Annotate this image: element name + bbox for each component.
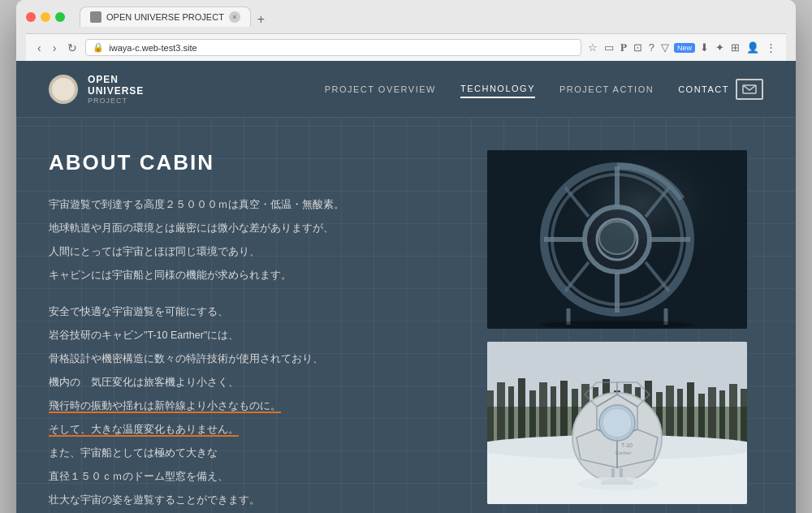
active-tab[interactable]: OPEN UNIVERSE PROJECT ×	[80, 6, 251, 27]
text-line-12: 直径１５０ｃｍのドーム型窓を備え、	[49, 467, 463, 487]
arrow-icon[interactable]: ▽	[659, 40, 671, 55]
cabin-image-1	[487, 150, 747, 329]
text-line-6: 岩谷技研のキャビン"T-10 Earther"には、	[49, 325, 463, 346]
extensions-icon[interactable]: ✦	[714, 40, 726, 55]
browser-titlebar: OPEN UNIVERSE PROJECT × +	[26, 6, 786, 33]
site-nav: PROJECT OVERVIEW TECHNOLOGY PROJECT ACTI…	[325, 79, 763, 100]
text-line-13: 壮大な宇宙の姿を遊覧することができます。	[49, 490, 463, 511]
website-content: OPEN UNIVERSE PROJECT PROJECT OVERVIEW T…	[16, 61, 796, 513]
profile-icon[interactable]: 👤	[745, 40, 761, 55]
content-body-2: 安全で快適な宇宙遊覧を可能にする、 岩谷技研のキャビン"T-10 Earther…	[49, 302, 463, 511]
forward-button[interactable]: ›	[50, 40, 60, 56]
logo-main-line1: OPEN	[88, 74, 144, 85]
nav-overview[interactable]: PROJECT OVERVIEW	[325, 81, 436, 97]
svg-rect-45	[729, 384, 737, 447]
text-line-5: 安全で快適な宇宙遊覧を可能にする、	[49, 302, 463, 322]
address-bar[interactable]: 🔒 iwaya-c.web-test3.site	[85, 39, 581, 56]
pinterest-icon[interactable]: 𝐏	[619, 40, 628, 56]
text-line-10: そして、大きな温度変化もありません。	[49, 420, 463, 440]
text-line-11: また、宇宙船としては極めて大きな	[49, 443, 463, 463]
reload-button[interactable]: ↻	[64, 40, 80, 56]
text-line-2: 地球軌道や月面の環境とは厳密には微小な差がありますが、	[49, 218, 463, 239]
underlined-text-2: そして、大きな温度変化もありません。	[49, 424, 239, 437]
question-icon[interactable]: ?	[647, 40, 656, 55]
maximize-button[interactable]	[55, 12, 65, 22]
content-body-1: 宇宙遊覧で到達する高度２５０００ｍは真空・低温・無酸素。 地球軌道や月面の環境と…	[49, 195, 463, 286]
content-left: ABOUT CABIN 宇宙遊覧で到達する高度２５０００ｍは真空・低温・無酸素。…	[49, 150, 463, 513]
menu-icon[interactable]: ⋮	[764, 40, 778, 55]
svg-text:Earther: Earther	[615, 450, 632, 455]
tab-favicon	[90, 11, 102, 23]
new-icon[interactable]: New	[674, 43, 695, 53]
text-line-7: 骨格設計や機密構造に数々の特許技術が使用されており、	[49, 349, 463, 369]
bookmark-icon[interactable]: ☆	[586, 40, 599, 55]
browser-toolbar: ‹ › ↻ 🔒 iwaya-c.web-test3.site ☆ ▭ 𝐏 ⊡ ?…	[26, 33, 786, 61]
content-section-1: 宇宙遊覧で到達する高度２５０００ｍは真空・低温・無酸素。 地球軌道や月面の環境と…	[49, 195, 463, 286]
text-line-3: 人間にとっては宇宙とほぼ同じ環境であり、	[49, 242, 463, 262]
svg-rect-22	[487, 390, 494, 447]
lock-icon: 🔒	[93, 42, 104, 53]
text-line-9: 飛行時の振動や揺れは新幹線より小さなものに。	[49, 396, 463, 416]
svg-text:T-10: T-10	[621, 442, 633, 448]
logo-inner-circle	[52, 78, 75, 101]
grid-icon[interactable]: ⊞	[729, 40, 741, 55]
camera-icon[interactable]: ⊡	[632, 40, 644, 55]
logo-icon	[49, 75, 78, 104]
browser-tabs: OPEN UNIVERSE PROJECT × +	[80, 6, 270, 27]
toolbar-icons: ☆ ▭ 𝐏 ⊡ ? ▽ New ⬇ ✦ ⊞ 👤 ⋮	[586, 40, 778, 56]
tab-close-button[interactable]: ×	[229, 11, 240, 23]
text-line-8: 機内の 気圧変化は旅客機より小さく、	[49, 373, 463, 393]
new-tab-button[interactable]: +	[253, 12, 270, 27]
browser-chrome: OPEN UNIVERSE PROJECT × + ‹ › ↻ 🔒 iwaya-…	[16, 0, 796, 61]
nav-technology[interactable]: TECHNOLOGY	[460, 80, 535, 98]
page-title: ABOUT CABIN	[49, 150, 463, 175]
logo-sub-text: PROJECT	[88, 97, 144, 105]
logo-text: OPEN UNIVERSE PROJECT	[88, 74, 144, 105]
site-main: ABOUT CABIN 宇宙遊覧で到達する高度２５０００ｍは真空・低温・無酸素。…	[16, 118, 796, 513]
screen-icon[interactable]: ▭	[603, 40, 615, 55]
nav-contact-group: CONTACT	[678, 79, 763, 100]
content-right: T-10 Earther	[487, 150, 763, 513]
svg-rect-19	[487, 150, 747, 329]
minimize-button[interactable]	[41, 12, 50, 22]
svg-rect-23	[497, 382, 505, 447]
svg-point-51	[603, 408, 632, 438]
close-button[interactable]	[26, 12, 36, 22]
svg-point-58	[577, 477, 658, 490]
content-section-2: 安全で快適な宇宙遊覧を可能にする、 岩谷技研のキャビン"T-10 Earther…	[49, 302, 463, 511]
nav-action[interactable]: PROJECT ACTION	[559, 81, 654, 97]
site-logo: OPEN UNIVERSE PROJECT	[49, 74, 144, 105]
mail-icon[interactable]	[736, 79, 763, 100]
svg-rect-46	[741, 389, 747, 447]
nav-contact[interactable]: CONTACT	[678, 81, 729, 97]
browser-window: OPEN UNIVERSE PROJECT × + ‹ › ↻ 🔒 iwaya-…	[16, 0, 796, 513]
back-button[interactable]: ‹	[34, 40, 45, 56]
text-line-1: 宇宙遊覧で到達する高度２５０００ｍは真空・低温・無酸素。	[49, 195, 463, 215]
svg-rect-24	[508, 386, 514, 447]
download-icon[interactable]: ⬇	[698, 40, 710, 55]
site-header: OPEN UNIVERSE PROJECT PROJECT OVERVIEW T…	[16, 61, 796, 118]
tab-title: OPEN UNIVERSE PROJECT	[106, 12, 224, 22]
text-line-4: キャビンには宇宙船と同様の機能が求められます。	[49, 265, 463, 286]
cabin-image-2: T-10 Earther	[487, 342, 747, 504]
logo-main-line2: UNIVERSE	[88, 85, 144, 97]
underlined-text-1: 飛行時の振動や揺れは新幹線より小さなものに。	[49, 400, 281, 413]
svg-rect-25	[518, 378, 525, 447]
traffic-lights	[26, 12, 65, 22]
url-text: iwaya-c.web-test3.site	[109, 43, 197, 53]
